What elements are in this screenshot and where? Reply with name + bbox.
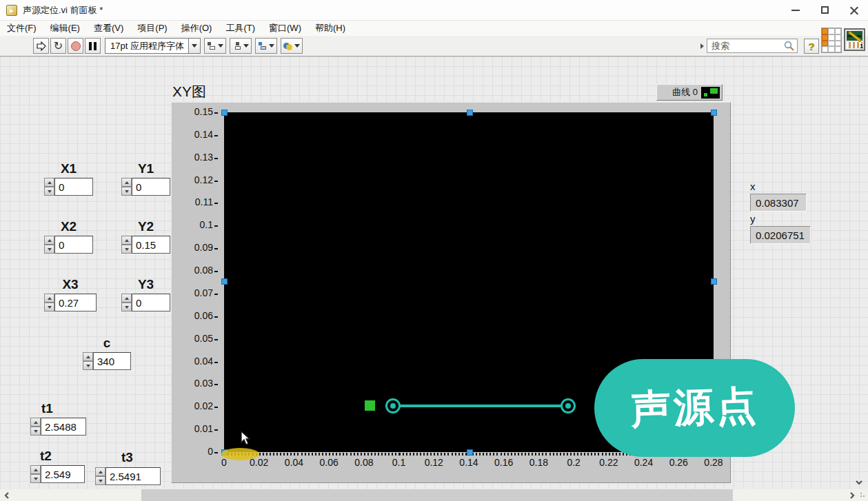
- y1-field[interactable]: [132, 178, 170, 196]
- maximize-button[interactable]: [810, 0, 839, 20]
- selection-handle-top-mid[interactable]: [467, 110, 473, 116]
- reorder-button[interactable]: [281, 38, 303, 54]
- vi-icon[interactable]: 1: [844, 28, 865, 51]
- x-tick-label: 0.24: [625, 457, 663, 468]
- increment-icon[interactable]: [121, 178, 132, 187]
- context-help-button[interactable]: ?: [804, 39, 819, 54]
- distribute-objects-button[interactable]: [230, 38, 252, 54]
- control-label: t2: [30, 449, 85, 464]
- font-selector-dropdown[interactable]: [189, 38, 201, 54]
- resize-objects-button[interactable]: [255, 38, 277, 54]
- abort-icon: [71, 41, 81, 51]
- control-label: t1: [30, 401, 86, 416]
- run-button[interactable]: [33, 38, 49, 54]
- numeric-control-t2: t2: [30, 447, 85, 483]
- increment-icon[interactable]: [30, 465, 41, 474]
- labview-front-panel-window: 声源定位.vi 前面板 * 文件(F) 编辑(E) 查看(V) 项目(P) 操作…: [0, 0, 868, 501]
- minimize-button[interactable]: [781, 0, 810, 20]
- abort-button[interactable]: [68, 38, 83, 54]
- selection-handle-mid-left[interactable]: [221, 278, 228, 285]
- t2-field[interactable]: [41, 465, 85, 483]
- decrement-icon[interactable]: [44, 187, 54, 196]
- decrement-icon[interactable]: [44, 303, 54, 311]
- y-axis-ticks: 0.150.140.130.120.110.10.090.080.070.060…: [171, 112, 219, 452]
- increment-icon[interactable]: [44, 236, 54, 245]
- pause-icon: [89, 42, 97, 50]
- x-tick-label: 0.28: [695, 457, 732, 468]
- increment-decrement-x3[interactable]: [44, 294, 54, 311]
- selection-handle-top-right[interactable]: [711, 110, 717, 116]
- increment-decrement-x2[interactable]: [44, 236, 54, 254]
- x-tick-label: 0.1: [381, 457, 418, 468]
- y3-field[interactable]: [132, 294, 170, 311]
- control-label: c: [83, 336, 131, 351]
- increment-icon[interactable]: [30, 418, 41, 427]
- increment-decrement-y2[interactable]: [121, 236, 132, 254]
- menu-view[interactable]: 查看(V): [87, 21, 130, 36]
- decrement-icon[interactable]: [30, 474, 41, 483]
- control-label: X3: [44, 277, 97, 292]
- decrement-icon[interactable]: [121, 187, 132, 196]
- menu-edit[interactable]: 编辑(E): [43, 21, 87, 36]
- t3-field[interactable]: [105, 467, 161, 485]
- maximize-icon: [821, 6, 829, 14]
- menu-operate[interactable]: 操作(O): [174, 21, 219, 36]
- window-title: 声源定位.vi 前面板 *: [23, 4, 103, 17]
- selection-handle-mid-right[interactable]: [711, 278, 717, 285]
- increment-decrement-t2[interactable]: [30, 465, 41, 483]
- x2-field[interactable]: [54, 236, 93, 254]
- increment-decrement-c[interactable]: [83, 352, 93, 370]
- increment-decrement-y3[interactable]: [121, 294, 132, 311]
- resize-grip-icon[interactable]: [860, 492, 867, 499]
- decrement-icon[interactable]: [44, 245, 54, 254]
- increment-icon[interactable]: [44, 294, 54, 303]
- decrement-icon[interactable]: [121, 303, 132, 311]
- increment-icon[interactable]: [83, 352, 93, 361]
- y2-field[interactable]: [132, 236, 170, 254]
- x-tick-label: 0.22: [590, 457, 627, 468]
- y-tick-label: 0.05: [171, 333, 219, 344]
- selection-handle-top-left[interactable]: [221, 110, 228, 116]
- increment-decrement-x1[interactable]: [44, 178, 54, 196]
- align-objects-button[interactable]: [204, 38, 226, 54]
- c-field[interactable]: [93, 352, 131, 370]
- decrement-icon[interactable]: [30, 427, 41, 436]
- scroll-right-icon[interactable]: [848, 491, 856, 500]
- x1-field[interactable]: [54, 178, 93, 196]
- decrement-icon[interactable]: [83, 361, 93, 370]
- decrement-icon[interactable]: [121, 245, 132, 254]
- search-collapse-icon[interactable]: [700, 43, 704, 49]
- increment-decrement-t1[interactable]: [30, 418, 41, 436]
- increment-decrement-y1[interactable]: [121, 178, 132, 196]
- horizontal-scrollbar-thumb[interactable]: [141, 489, 733, 501]
- close-button[interactable]: [839, 0, 868, 20]
- annotation-bubble: 声源点: [594, 359, 795, 457]
- menu-file[interactable]: 文件(F): [0, 21, 43, 36]
- run-continuously-button[interactable]: ↻: [50, 38, 66, 54]
- x3-field[interactable]: [54, 294, 97, 311]
- menu-help[interactable]: 帮助(H): [308, 21, 352, 36]
- increment-icon[interactable]: [121, 236, 132, 245]
- increment-icon[interactable]: [121, 294, 132, 303]
- menu-window[interactable]: 窗口(W): [262, 21, 308, 36]
- increment-decrement-t3[interactable]: [95, 467, 105, 485]
- distribute-objects-icon: [233, 42, 241, 50]
- connector-pane-icon[interactable]: [821, 28, 842, 53]
- font-selector[interactable]: 17pt 应用程序字体: [105, 38, 201, 54]
- selection-handle-bottom-mid[interactable]: [467, 449, 473, 456]
- menu-tools[interactable]: 工具(T): [219, 21, 262, 36]
- t1-field[interactable]: [41, 418, 86, 436]
- indicator-x: x 0.083307: [750, 181, 807, 212]
- horizontal-scrollbar[interactable]: [0, 489, 868, 501]
- x-tick-label: 0.26: [660, 457, 697, 468]
- vertical-scroll-down-icon[interactable]: [854, 477, 865, 488]
- help-icon: ?: [808, 41, 814, 52]
- scroll-left-icon[interactable]: [3, 491, 11, 500]
- decrement-icon[interactable]: [95, 476, 105, 485]
- pause-button[interactable]: [85, 38, 101, 54]
- plot-legend[interactable]: 曲线 0: [656, 84, 723, 101]
- x-tick-label: 0.12: [415, 457, 452, 468]
- menu-project[interactable]: 项目(P): [130, 21, 174, 36]
- increment-icon[interactable]: [44, 178, 54, 187]
- increment-icon[interactable]: [95, 467, 105, 476]
